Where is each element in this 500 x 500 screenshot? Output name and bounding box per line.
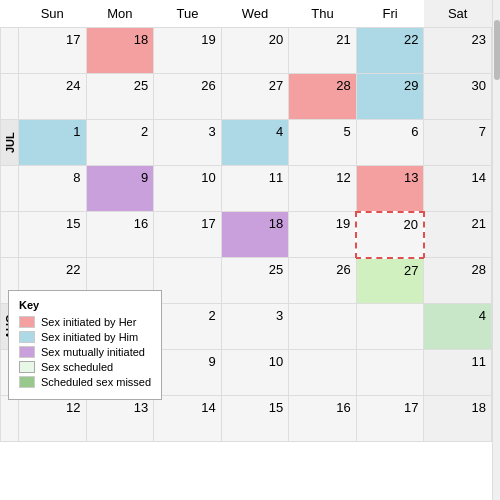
day-cell [289,350,357,396]
day-cell[interactable]: 7 [424,120,492,166]
header-mon: Mon [86,0,154,28]
legend-item-mutual: Sex mutually initiated [19,346,151,358]
day-cell[interactable]: 28 [289,74,357,120]
day-cell[interactable]: 26 [154,74,222,120]
day-cell[interactable]: 9 [86,166,154,212]
table-row: 15 16 17 18 19 20 21 [1,212,500,258]
day-cell-today[interactable]: 20 [356,212,424,258]
day-cell[interactable]: 16 [86,212,154,258]
header-tue: Tue [154,0,222,28]
day-cell[interactable]: 19 [289,212,357,258]
legend-color-him [19,331,35,343]
day-cell[interactable]: 16 [289,396,357,442]
day-cell[interactable]: 29 [356,74,424,120]
scrollbar[interactable] [492,0,500,500]
day-cell[interactable]: 14 [424,166,492,212]
legend-color-her [19,316,35,328]
day-cell[interactable]: 15 [221,396,289,442]
day-cell[interactable]: 18 [424,396,492,442]
day-cell[interactable]: 8 [19,166,87,212]
day-cell[interactable]: 3 [154,120,222,166]
table-row: 12 13 14 15 16 17 18 [1,396,500,442]
legend-label-scheduled: Sex scheduled [41,361,113,373]
day-cell [289,304,357,350]
day-cell[interactable]: 13 [86,396,154,442]
header-thu: Thu [289,0,357,28]
header-sat: Sat [424,0,492,28]
table-row: 24 25 26 27 28 29 30 [1,74,500,120]
day-cell[interactable]: 10 [154,166,222,212]
day-cell[interactable]: 25 [221,258,289,304]
day-cell[interactable]: 12 [19,396,87,442]
day-cell[interactable]: 18 [221,212,289,258]
legend-item-missed: Scheduled sex missed [19,376,151,388]
day-cell[interactable]: 4 [424,304,492,350]
day-cell[interactable]: 28 [424,258,492,304]
table-row: 17 18 19 20 21 22 23 [1,28,500,74]
month-spacer [1,28,19,74]
month-spacer [1,74,19,120]
day-cell[interactable]: 2 [86,120,154,166]
legend-color-mutual [19,346,35,358]
day-cell[interactable]: 6 [356,120,424,166]
legend-box: Key Sex initiated by Her Sex initiated b… [8,290,162,400]
day-cell[interactable]: 5 [289,120,357,166]
day-cell[interactable]: 14 [154,396,222,442]
legend-item-scheduled: Sex scheduled [19,361,151,373]
day-cell[interactable]: 10 [221,350,289,396]
day-cell[interactable]: 22 [356,28,424,74]
day-cell[interactable]: 25 [86,74,154,120]
header-wed: Wed [221,0,289,28]
day-cell[interactable]: 19 [154,28,222,74]
header-sun: Sun [19,0,87,28]
day-cell[interactable]: 21 [289,28,357,74]
legend-title: Key [19,299,151,311]
legend-label-mutual: Sex mutually initiated [41,346,145,358]
day-cell[interactable]: 21 [424,212,492,258]
month-spacer [1,212,19,258]
legend-item-her: Sex initiated by Her [19,316,151,328]
day-cell[interactable]: 26 [289,258,357,304]
day-cell[interactable]: 11 [424,350,492,396]
month-spacer [1,396,19,442]
day-cell[interactable]: 2 [154,304,222,350]
day-cell[interactable]: 27 [356,258,424,304]
scrollbar-thumb[interactable] [494,20,500,80]
day-cell[interactable]: 20 [221,28,289,74]
day-cell[interactable]: 17 [356,396,424,442]
calendar-header-row: Sun Mon Tue Wed Thu Fri Sat [1,0,500,28]
day-cell[interactable]: 27 [221,74,289,120]
day-cell[interactable]: 30 [424,74,492,120]
calendar-wrapper: Sun Mon Tue Wed Thu Fri Sat 17 18 19 20 … [0,0,500,500]
header-spacer [1,0,19,28]
day-cell[interactable]: 24 [19,74,87,120]
day-cell[interactable]: 17 [154,212,222,258]
day-cell[interactable]: 18 [86,28,154,74]
day-cell[interactable]: 23 [424,28,492,74]
day-cell[interactable]: 15 [19,212,87,258]
day-cell [356,350,424,396]
legend-item-him: Sex initiated by Him [19,331,151,343]
header-fri: Fri [356,0,424,28]
day-cell[interactable]: 11 [221,166,289,212]
legend-color-scheduled [19,361,35,373]
day-cell[interactable]: 1 [19,120,87,166]
table-row: JUL 1 2 3 4 5 6 7 [1,120,500,166]
month-label-jul: JUL [1,120,19,166]
legend-label-missed: Scheduled sex missed [41,376,151,388]
legend-color-missed [19,376,35,388]
day-cell[interactable]: 4 [221,120,289,166]
month-spacer [1,166,19,212]
legend-label-her: Sex initiated by Her [41,316,136,328]
day-cell[interactable]: 12 [289,166,357,212]
legend-label-him: Sex initiated by Him [41,331,138,343]
day-cell[interactable]: 17 [19,28,87,74]
day-cell[interactable]: 3 [221,304,289,350]
day-cell [356,304,424,350]
day-cell[interactable]: 13 [356,166,424,212]
day-cell[interactable]: 9 [154,350,222,396]
day-cell [154,258,222,304]
table-row: 8 9 10 11 12 13 14 [1,166,500,212]
